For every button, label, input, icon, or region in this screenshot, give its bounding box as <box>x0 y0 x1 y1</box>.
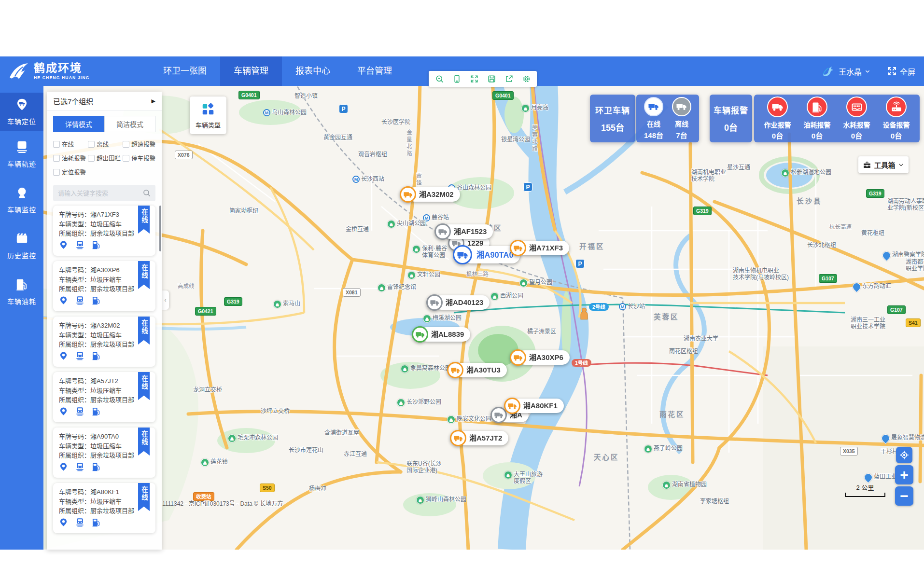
track-vehicle-icon[interactable] <box>75 240 84 251</box>
fuel-vehicle-icon[interactable] <box>92 462 101 473</box>
track-vehicle-icon[interactable] <box>75 518 84 529</box>
plate-row: 车牌号码：湘A32M02 <box>59 321 150 331</box>
panel-collapse-button[interactable]: ‹ <box>162 290 169 310</box>
filter-6[interactable]: 定位报警 <box>53 167 86 177</box>
map-marker-湘AF1523[interactable]: 湘AF1523 <box>434 223 493 240</box>
filter-3[interactable]: 油耗报警 <box>53 153 86 163</box>
map-marker-湘A57JT2[interactable]: 湘A57JT2 <box>450 430 508 446</box>
locate-vehicle-icon[interactable] <box>59 351 68 362</box>
mode-tab-1[interactable]: 简洁模式 <box>104 116 155 132</box>
export-icon[interactable] <box>500 71 518 87</box>
map-marker-湘A30TU3[interactable]: 湘A30TU3 <box>447 362 507 378</box>
sidebar-item-3[interactable]: 历史监控 <box>0 223 43 269</box>
search-icon[interactable] <box>142 189 151 197</box>
track-vehicle-icon[interactable] <box>75 296 84 307</box>
sidebar-item-4[interactable]: 车辆油耗 <box>0 269 43 315</box>
map-marker-湘A80KF1[interactable]: 湘A80KF1 <box>504 398 564 414</box>
fuel-vehicle-icon[interactable] <box>92 351 101 362</box>
fuel-vehicle-icon[interactable] <box>92 518 101 529</box>
brand-logo-icon <box>8 60 30 83</box>
save-icon[interactable] <box>483 71 500 87</box>
map-label-麓谷站: M麓谷站 <box>423 214 449 221</box>
vehicle-card-湘A80KF1[interactable]: 车牌号码：湘A80KF1车辆类型：垃圾压缩车所属组织：厨余垃圾项目部在线 <box>53 483 155 533</box>
vehicle-card-湘A57JT2[interactable]: 车牌号码：湘A57JT2车辆类型：垃圾压缩车所属组织：厨余垃圾项目部在线 <box>53 372 155 422</box>
fuel-vehicle-icon[interactable] <box>92 407 101 418</box>
user-avatar[interactable] <box>819 64 835 79</box>
fullscreen-icon <box>887 66 897 76</box>
search-input[interactable] <box>53 185 155 201</box>
vehicle-card-湘A90TA0[interactable]: 车牌号码：湘A90TA0车辆类型：垃圾压缩车所属组织：厨余垃圾项目部在线 <box>53 428 155 478</box>
park-pin-icon: ▲ <box>407 271 416 279</box>
track-vehicle-icon[interactable] <box>75 462 84 473</box>
locate-button[interactable] <box>896 447 912 463</box>
road-badge-G0401: G0401 <box>238 91 260 99</box>
expand-icon[interactable] <box>465 71 483 87</box>
nav-menu-2[interactable]: 报表中心 <box>282 56 344 86</box>
card-action-icons <box>59 240 150 251</box>
fuel-icon <box>15 278 28 293</box>
map-canvas[interactable]: 智造小镇M乌山森林公园长沙医学院黄金园互通▲月亮岛银星湾公园观音岩枢纽M长沙西站… <box>43 86 924 550</box>
map-marker-湘A71XF3[interactable]: 湘A71XF3 <box>510 240 569 256</box>
checkbox-icon[interactable] <box>53 155 60 162</box>
settings-icon[interactable] <box>518 71 535 87</box>
sidebar-item-2[interactable]: 车辆监控 <box>0 177 43 223</box>
track-vehicle-icon[interactable] <box>75 407 84 418</box>
sidebar-item-0[interactable]: 车辆定位 <box>0 93 43 131</box>
org-selector[interactable]: 已选7个组织 ▶ <box>47 92 162 110</box>
online-count: 148台 <box>644 130 663 140</box>
checkbox-icon[interactable] <box>53 141 60 148</box>
locate-vehicle-icon[interactable] <box>59 296 68 307</box>
map-label-text: 雷锋纪念馆 <box>387 284 416 290</box>
vehicle-card-湘A71XF3[interactable]: 车牌号码：湘A71XF3车辆类型：垃圾压缩车所属组织：厨余垃圾项目部在线 <box>53 206 155 256</box>
locate-vehicle-icon[interactable] <box>59 462 68 473</box>
mode-tab-0[interactable]: 详情模式 <box>53 116 104 132</box>
nav-menu-3[interactable]: 平台管理 <box>344 56 406 86</box>
park-pin-icon: ▲ <box>412 245 420 253</box>
vehicle-card-湘A32M02[interactable]: 车牌号码：湘A32M02车辆类型：垃圾压缩车所属组织：厨余垃圾项目部在线 <box>53 317 155 367</box>
map-label-text: 联东U谷(长沙国际企业港) <box>406 460 442 474</box>
sidebar-item-label: 车辆监控 <box>7 205 36 214</box>
locate-vehicle-icon[interactable] <box>59 518 68 529</box>
vehicle-type-button[interactable]: 车辆类型 <box>190 97 226 134</box>
fuel-vehicle-icon[interactable] <box>92 240 101 251</box>
map-marker-湘AD40123[interactable]: 湘AD40123 <box>426 294 490 311</box>
user-name[interactable]: 王水晶 <box>839 66 862 77</box>
map-marker-湘A30XP6[interactable]: 湘A30XP6 <box>510 349 570 366</box>
checkbox-icon[interactable] <box>53 169 60 176</box>
filter-1[interactable]: 离线 <box>88 139 121 149</box>
checkbox-icon[interactable] <box>123 155 129 162</box>
panel-scrollbar[interactable] <box>159 206 161 251</box>
checkbox-icon[interactable] <box>123 141 129 148</box>
park-pin-icon: ▲ <box>387 220 395 228</box>
zoom-in-button[interactable]: + <box>895 465 913 484</box>
map-label-text: 尖山湖公园 <box>397 220 426 227</box>
mobile-screen-icon[interactable] <box>448 71 465 87</box>
card-action-icons <box>59 351 150 362</box>
filter-5[interactable]: 停车报警 <box>123 153 155 163</box>
filter-0[interactable]: 在线 <box>53 139 86 149</box>
vehicle-card-湘A30XP6[interactable]: 车牌号码：湘A30XP6车辆类型：垃圾压缩车所属组织：厨余垃圾项目部在线 <box>53 261 155 311</box>
nav-menu-1[interactable]: 车辆管理 <box>220 56 282 86</box>
map-marker-湘A32M02[interactable]: 湘A32M02 <box>400 186 460 203</box>
map-marker-湘AL8839[interactable]: 湘AL8839 <box>412 326 470 343</box>
toolbox-button[interactable]: 工具箱 <box>858 156 909 173</box>
locate-vehicle-icon[interactable] <box>59 240 68 251</box>
fuel-vehicle-icon[interactable] <box>92 296 101 307</box>
checkbox-icon[interactable] <box>88 155 95 162</box>
filter-4[interactable]: 超出围栏 <box>88 153 121 163</box>
checkbox-icon[interactable] <box>88 141 95 148</box>
brand-text: 鹤成环境 HE CHENG HUAN JING <box>34 63 90 80</box>
zoom-out-button[interactable]: − <box>895 486 913 506</box>
track-vehicle-icon[interactable] <box>75 351 84 362</box>
stat-online: 在线 148台 <box>644 97 663 140</box>
filter-2[interactable]: 超速报警 <box>123 139 155 149</box>
zoom-search-icon[interactable] <box>431 71 448 87</box>
org-expand-arrow-icon[interactable]: ▶ <box>152 98 155 104</box>
sidebar-item-1[interactable]: 车辆轨迹 <box>0 131 43 177</box>
locate-vehicle-icon[interactable] <box>59 407 68 418</box>
fullscreen-button[interactable]: 全屏 <box>887 66 915 77</box>
nav-menu-0[interactable]: 环卫一张图 <box>150 56 220 86</box>
park-pin-icon: ▲ <box>504 471 512 479</box>
map-label-橘子洲景区: 橘子洲景区 <box>527 328 556 335</box>
user-menu-chevron-icon[interactable] <box>865 69 870 74</box>
